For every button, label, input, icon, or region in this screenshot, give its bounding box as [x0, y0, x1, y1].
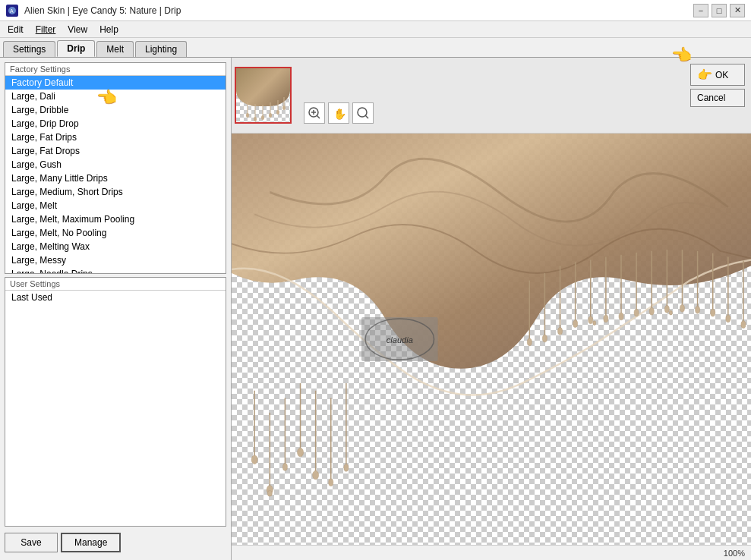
- svg-point-56: [664, 305, 669, 313]
- svg-point-33: [329, 479, 333, 486]
- pan-tool[interactable]: ✋: [328, 102, 349, 124]
- factory-settings-list[interactable]: Factory Default Large, Dali Large, Dribb…: [5, 76, 226, 273]
- user-settings-title: User Settings: [5, 278, 226, 291]
- svg-point-59: [680, 305, 684, 313]
- svg-point-65: [726, 315, 730, 322]
- tool-icons: ✋: [304, 102, 374, 124]
- svg-point-22: [251, 455, 257, 464]
- magnify-tool[interactable]: [352, 102, 374, 124]
- list-item-large-fat-drops[interactable]: Large, Fat Drops: [5, 144, 226, 158]
- menu-bar: Edit Filter View Help: [0, 21, 751, 38]
- svg-point-54: [649, 307, 654, 315]
- user-list-item-last-used[interactable]: Last Used: [5, 291, 226, 304]
- svg-text:claudia: claudia: [387, 335, 413, 344]
- list-item-large-messy[interactable]: Large, Messy: [5, 253, 226, 267]
- factory-settings-group: Factory Settings Factory Default Large, …: [5, 62, 226, 274]
- svg-point-45: [588, 316, 593, 324]
- list-item-large-melt-no-pooling[interactable]: Large, Melt, No Pooling: [5, 226, 226, 240]
- svg-point-9: [269, 113, 272, 118]
- svg-line-20: [365, 115, 368, 118]
- left-panel: Factory Settings Factory Default Large, …: [0, 58, 232, 560]
- tab-settings[interactable]: Settings: [3, 41, 55, 57]
- tab-melt[interactable]: Melt: [96, 41, 134, 57]
- window-title: Alien Skin | Eye Candy 5: Nature | Drip: [24, 5, 181, 16]
- app-icon: A: [6, 5, 18, 17]
- preview-canvas[interactable]: claudia: [232, 134, 751, 545]
- svg-point-7: [261, 115, 264, 120]
- window-controls[interactable]: − □ ✕: [693, 4, 745, 17]
- list-item-factory-default[interactable]: Factory Default: [5, 76, 226, 90]
- list-item-large-many-little-drips[interactable]: Large, Many Little Drips: [5, 171, 226, 185]
- svg-line-15: [317, 115, 320, 118]
- svg-point-67: [741, 321, 746, 329]
- tab-lighting[interactable]: Lighting: [135, 41, 187, 57]
- list-item-large-dribble[interactable]: Large, Dribble: [5, 103, 226, 117]
- svg-point-3: [246, 113, 249, 118]
- list-item-large-melt[interactable]: Large, Melt: [5, 199, 226, 212]
- save-button[interactable]: Save: [5, 533, 58, 552]
- title-bar-left: A Alien Skin | Eye Candy 5: Nature | Dri…: [6, 5, 181, 17]
- list-item-large-drip-drop[interactable]: Large, Drip Drop: [5, 117, 226, 131]
- list-item-large-melt-max-pooling[interactable]: Large, Melt, Maximum Pooling: [5, 212, 226, 226]
- list-item-large-dali[interactable]: Large, Dali: [5, 90, 226, 103]
- svg-point-46: [593, 321, 596, 326]
- menu-filter[interactable]: Filter: [31, 23, 61, 36]
- svg-point-57: [669, 310, 672, 315]
- svg-point-29: [298, 448, 304, 457]
- list-item-large-gush[interactable]: Large, Gush: [5, 158, 226, 171]
- svg-point-63: [711, 309, 715, 316]
- tab-bar: Settings Drip Melt Lighting: [0, 38, 751, 58]
- close-button[interactable]: ✕: [730, 4, 745, 17]
- svg-text:A: A: [10, 8, 14, 14]
- svg-point-48: [604, 315, 608, 322]
- restore-button[interactable]: □: [712, 4, 727, 17]
- menu-edit[interactable]: Edit: [3, 23, 28, 36]
- preview-thumbnail[interactable]: [235, 67, 292, 124]
- action-buttons: 👉 OK Cancel: [690, 64, 745, 107]
- svg-point-50: [619, 313, 623, 320]
- svg-text:✋: ✋: [333, 108, 346, 120]
- svg-point-43: [573, 320, 578, 328]
- ok-button[interactable]: 👉 OK: [690, 64, 745, 86]
- factory-settings-title: Factory Settings: [5, 63, 226, 76]
- list-item-large-medium-short-drips[interactable]: Large, Medium, Short Drips: [5, 185, 226, 199]
- svg-point-25: [267, 490, 272, 496]
- list-item-large-fat-drips[interactable]: Large, Fat Drips: [5, 131, 226, 144]
- menu-help[interactable]: Help: [95, 23, 123, 36]
- svg-point-39: [542, 335, 547, 342]
- drip-preview-svg: claudia: [232, 134, 751, 545]
- bottom-buttons: Save Manage: [5, 530, 226, 555]
- preview-toolbar: ✋ 👉 OK Cancel: [232, 58, 751, 134]
- svg-point-5: [254, 117, 257, 121]
- cancel-button[interactable]: Cancel: [690, 89, 745, 107]
- title-bar: A Alien Skin | Eye Candy 5: Nature | Dri…: [0, 0, 751, 21]
- list-item-large-needle-drips[interactable]: Large, Needle Drips: [5, 267, 226, 273]
- svg-point-37: [527, 338, 532, 346]
- svg-point-41: [558, 328, 563, 335]
- list-item-large-melting-wax[interactable]: Large, Melting Wax: [5, 240, 226, 253]
- user-settings-group: User Settings Last Used: [5, 277, 226, 527]
- svg-point-13: [282, 105, 286, 110]
- manage-button[interactable]: Manage: [61, 533, 121, 552]
- svg-point-31: [313, 470, 319, 480]
- svg-point-35: [344, 464, 349, 472]
- tab-drip[interactable]: Drip: [57, 40, 95, 57]
- menu-view[interactable]: View: [63, 23, 92, 36]
- right-panel: ✋ 👉 OK Cancel: [232, 58, 751, 560]
- svg-point-61: [696, 306, 700, 313]
- svg-point-11: [276, 110, 279, 115]
- minimize-button[interactable]: −: [693, 4, 708, 17]
- main-area: Factory Settings Factory Default Large, …: [0, 58, 751, 560]
- svg-point-52: [634, 309, 639, 316]
- svg-point-27: [282, 464, 287, 471]
- zoom-in-tool[interactable]: [304, 102, 325, 124]
- zoom-level: 100%: [724, 549, 745, 558]
- status-bar: 100%: [232, 545, 751, 560]
